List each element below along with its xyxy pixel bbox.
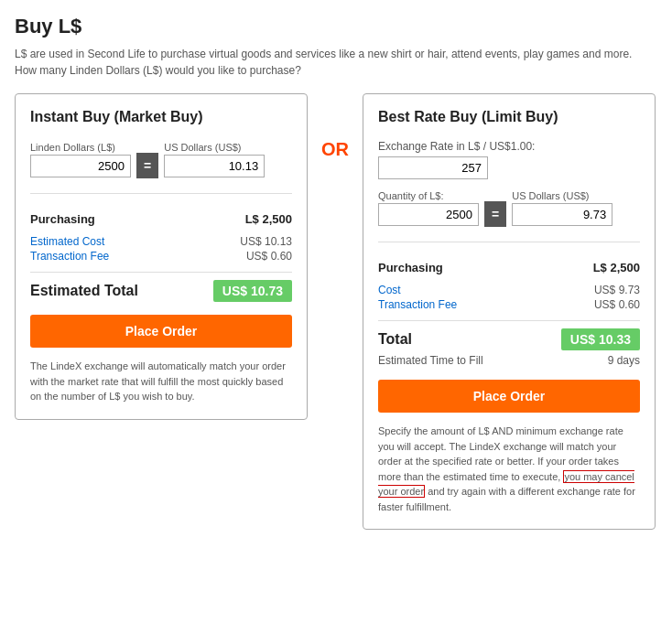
estimated-time-row: Estimated Time to Fill 9 days	[378, 354, 640, 367]
purchasing-label: Purchasing	[30, 212, 95, 226]
instant-total-value: US$ 10.73	[213, 280, 292, 302]
best-rate-total-row: Total US$ 10.33	[378, 328, 640, 350]
best-rate-cost-details: Cost US$ 9.73 Transaction Fee US$ 0.60	[378, 284, 640, 311]
best-rate-purchasing-label: Purchasing	[378, 261, 443, 274]
quantity-input[interactable]	[378, 203, 479, 226]
linden-field-group: Linden Dollars (L$)	[30, 142, 131, 177]
estimated-time-value: 9 days	[608, 354, 640, 367]
best-rate-place-order-button[interactable]: Place Order	[378, 380, 640, 413]
best-rate-summary: Purchasing L$ 2,500	[378, 242, 640, 274]
exchange-rate-section: Exchange Rate in L$ / US$1.00:	[378, 140, 640, 179]
best-rate-usd-field-group: US Dollars (US$)	[512, 190, 612, 226]
or-divider: OR	[308, 93, 363, 160]
best-rate-purchasing-row: Purchasing L$ 2,500	[378, 261, 640, 274]
equals-button[interactable]: =	[136, 153, 158, 178]
exchange-rate-input[interactable]	[378, 156, 488, 179]
best-rate-usd-label: US Dollars (US$)	[512, 190, 612, 201]
best-rate-transaction-fee-label: Transaction Fee	[378, 298, 457, 311]
instant-buy-fields: Linden Dollars (L$) = US Dollars (US$)	[30, 140, 292, 178]
usd-field-group: US Dollars (US$)	[164, 142, 265, 177]
panels-wrapper: Instant Buy (Market Buy) Linden Dollars …	[15, 93, 657, 530]
instant-buy-panel: Instant Buy (Market Buy) Linden Dollars …	[15, 93, 308, 420]
best-rate-footnote: Specify the amount of L$ AND minimum exc…	[378, 424, 640, 514]
instant-total-section: Estimated Total US$ 10.73	[30, 272, 292, 302]
transaction-fee-label: Transaction Fee	[30, 250, 109, 263]
best-rate-purchasing-value: L$ 2,500	[593, 261, 640, 274]
best-rate-equals-button[interactable]: =	[484, 201, 506, 227]
instant-buy-footnote: The LindeX exchange will automatically m…	[30, 359, 292, 404]
exchange-rate-label: Exchange Rate in L$ / US$1.00:	[378, 140, 640, 153]
best-rate-fields: Quantity of L$: = US Dollars (US$)	[378, 188, 640, 227]
best-rate-total-value: US$ 10.33	[561, 328, 640, 350]
cost-row: Cost US$ 9.73	[378, 284, 640, 296]
purchasing-value: L$ 2,500	[245, 212, 292, 226]
quantity-field-group: Quantity of L$:	[378, 190, 479, 226]
best-rate-transaction-fee-row: Transaction Fee US$ 0.60	[378, 298, 640, 311]
cost-value: US$ 9.73	[594, 284, 640, 296]
usd-label: US Dollars (US$)	[164, 142, 265, 153]
transaction-fee-value: US$ 0.60	[246, 250, 292, 263]
page-description: L$ are used in Second Life to purchase v…	[15, 46, 656, 79]
usd-input[interactable]	[164, 155, 265, 177]
instant-buy-title: Instant Buy (Market Buy)	[30, 109, 292, 125]
page-title: Buy L$	[15, 15, 657, 38]
instant-total-row: Estimated Total US$ 10.73	[30, 280, 292, 302]
instant-buy-summary: Purchasing L$ 2,500	[30, 193, 292, 226]
purchasing-row: Purchasing L$ 2,500	[30, 212, 292, 226]
cost-details: Estimated Cost US$ 10.13 Transaction Fee…	[30, 235, 292, 263]
best-rate-buy-panel: Best Rate Buy (Limit Buy) Exchange Rate …	[363, 93, 656, 530]
quantity-label: Quantity of L$:	[378, 190, 479, 201]
instant-total-label: Estimated Total	[30, 283, 138, 299]
transaction-fee-row: Transaction Fee US$ 0.60	[30, 250, 292, 263]
instant-buy-place-order-button[interactable]: Place Order	[30, 315, 292, 348]
best-rate-total-label: Total	[378, 331, 412, 348]
best-rate-usd-input[interactable]	[512, 203, 612, 226]
linden-label: Linden Dollars (L$)	[30, 142, 131, 153]
linden-input[interactable]	[30, 155, 131, 177]
estimated-cost-label: Estimated Cost	[30, 235, 104, 248]
estimated-time-label: Estimated Time to Fill	[378, 354, 483, 367]
best-rate-title: Best Rate Buy (Limit Buy)	[378, 109, 640, 125]
estimated-cost-row: Estimated Cost US$ 10.13	[30, 235, 292, 248]
best-rate-transaction-fee-value: US$ 0.60	[594, 298, 640, 311]
estimated-cost-value: US$ 10.13	[240, 235, 292, 248]
best-rate-total-section: Total US$ 10.33 Estimated Time to Fill 9…	[378, 320, 640, 367]
cost-label: Cost	[378, 284, 401, 296]
